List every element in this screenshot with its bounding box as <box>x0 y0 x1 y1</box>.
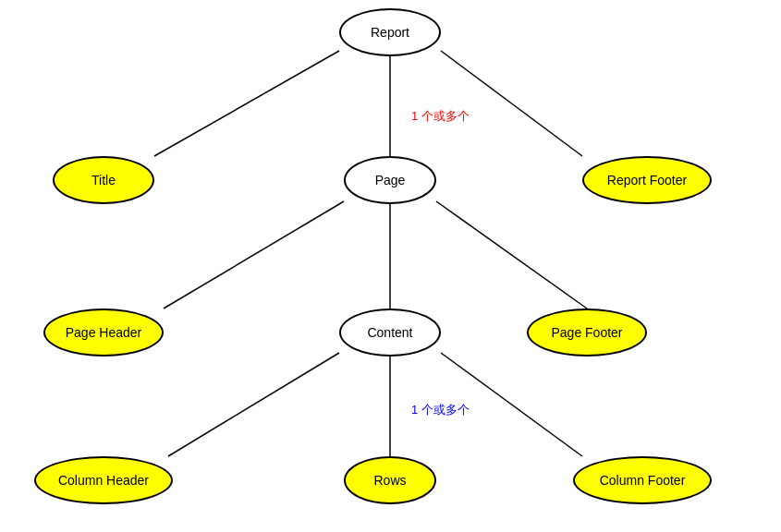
content-label: Content <box>367 325 412 340</box>
content-node: Content <box>339 308 441 357</box>
title-label: Title <box>92 173 116 187</box>
column-header-label: Column Header <box>58 473 149 488</box>
page-label: Page <box>375 173 406 187</box>
page-footer-label: Page Footer <box>551 325 622 340</box>
report-footer-node: Report Footer <box>582 156 712 204</box>
svg-line-7 <box>168 353 339 456</box>
column-header-node: Column Header <box>34 456 173 504</box>
page-footer-node: Page Footer <box>527 308 647 357</box>
svg-text:1 个或多个: 1 个或多个 <box>411 403 470 417</box>
column-footer-node: Column Footer <box>573 456 712 504</box>
title-node: Title <box>53 156 154 204</box>
rows-label: Rows <box>373 473 406 488</box>
page-header-label: Page Header <box>66 325 142 340</box>
svg-line-2 <box>441 51 582 156</box>
column-footer-label: Column Footer <box>600 473 686 488</box>
rows-node: Rows <box>344 456 436 504</box>
svg-line-6 <box>436 201 587 308</box>
svg-line-5 <box>164 201 344 308</box>
svg-text:1 个或多个: 1 个或多个 <box>411 109 470 123</box>
report-footer-label: Report Footer <box>607 173 687 187</box>
page-node: Page <box>344 156 436 204</box>
report-node: Report <box>339 8 441 56</box>
svg-line-9 <box>441 353 582 456</box>
report-label: Report <box>371 25 409 40</box>
page-header-node: Page Header <box>43 308 164 357</box>
svg-line-1 <box>154 51 339 156</box>
